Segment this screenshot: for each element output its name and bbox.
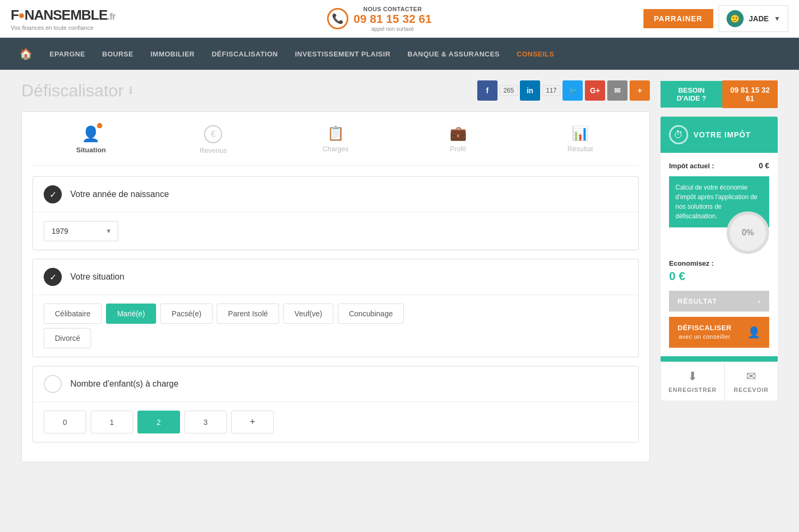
besoin-aide-button[interactable]: BESOIN D'AIDE ? bbox=[661, 81, 722, 108]
impot-actuel-value: 0 € bbox=[759, 161, 769, 170]
impot-actuel-row: Impôt actuel : 0 € bbox=[669, 161, 769, 170]
section-birth-body: 1979 1980 1975 ▼ bbox=[33, 212, 638, 250]
nav-item-investissement[interactable]: INVESTISSEMENT PLAISIR bbox=[287, 40, 399, 68]
resultat-label: RÉSULTAT bbox=[678, 297, 717, 305]
section-enfants-title: Nombre d'enfant(s) à charge bbox=[70, 379, 178, 389]
btn-enfants-3[interactable]: 3 bbox=[184, 411, 227, 433]
resultat-arrow-icon: › bbox=[758, 297, 761, 305]
nav-item-bourse[interactable]: BOURSE bbox=[94, 40, 142, 68]
twitter-button[interactable]: 🐦 bbox=[562, 80, 583, 101]
section-birth-title: Votre année de naissance bbox=[70, 190, 169, 199]
impot-panel: ⏱ VOTRE IMPÔT Impôt actuel : 0 € Calcul … bbox=[661, 117, 778, 401]
tab-revenus-label: Revenus bbox=[200, 146, 227, 154]
contact-label: NOUS CONTACTER bbox=[354, 6, 432, 12]
tab-profil[interactable]: 💼 Profil bbox=[399, 122, 517, 157]
nav-item-epargne[interactable]: EPARGNE bbox=[41, 40, 94, 68]
btn-divorce[interactable]: Divorcé bbox=[44, 328, 91, 348]
economise-row: Economisez : 0 € bbox=[669, 259, 769, 283]
btn-enfants-1[interactable]: 1 bbox=[91, 411, 133, 433]
tab-resultat[interactable]: 📊 Résultat bbox=[521, 122, 639, 157]
economise-value: 0 € bbox=[669, 269, 769, 283]
nav-item-conseils[interactable]: CONSEILS bbox=[508, 40, 562, 68]
social-row: f 265 in 117 🐦 G+ ✉ + bbox=[477, 80, 650, 101]
nav-item-immobilier[interactable]: IMMOBILIER bbox=[142, 40, 203, 68]
user-name: JADE bbox=[749, 14, 769, 23]
revenus-icon: € bbox=[204, 125, 222, 143]
avatar: 🙂 bbox=[727, 10, 744, 27]
btn-pacse[interactable]: Pacsé(e) bbox=[160, 304, 213, 324]
impot-title: VOTRE IMPÔT bbox=[694, 130, 751, 139]
impot-actuel-label: Impôt actuel : bbox=[669, 162, 714, 170]
recevoir-button[interactable]: ✉ RECEVOIR bbox=[724, 362, 778, 401]
enregistrer-button[interactable]: ⬇ ENREGISTRER bbox=[661, 362, 724, 401]
right-sidebar: BESOIN D'AIDE ? 09 81 15 32 61 ⏱ VOTRE I… bbox=[661, 80, 778, 473]
impot-icon: ⏱ bbox=[669, 125, 688, 144]
email-button[interactable]: ✉ bbox=[607, 80, 627, 101]
facebook-button[interactable]: f bbox=[477, 80, 498, 101]
btn-parent-isole[interactable]: Parent Isolé bbox=[217, 304, 279, 324]
help-phone-button[interactable]: 09 81 15 32 61 bbox=[722, 80, 778, 108]
contact-block: 📞 NOUS CONTACTER 09 81 15 32 61 appel no… bbox=[327, 6, 432, 32]
header-right: PARRAINER 🙂 JADE ▼ bbox=[643, 5, 788, 32]
tab-revenus[interactable]: € Revenus bbox=[155, 122, 272, 157]
contact-number: 09 81 15 32 61 bbox=[354, 12, 432, 26]
defiscaliser-button[interactable]: DÉFISCALISER avec un conseiller 👤 bbox=[669, 317, 769, 348]
googleplus-button[interactable]: G+ bbox=[585, 80, 605, 101]
btn-veuf[interactable]: Veuf(ve) bbox=[283, 304, 333, 324]
enregistrer-label: ENREGISTRER bbox=[668, 387, 716, 393]
header: FNANSEMBLE.fr Vos finances en toute conf… bbox=[0, 0, 799, 38]
btn-enfants-plus[interactable]: + bbox=[231, 411, 274, 433]
parrainer-button[interactable]: PARRAINER bbox=[643, 9, 713, 28]
page-title-text: Défiscalisator bbox=[21, 81, 124, 101]
user-menu[interactable]: 🙂 JADE ▼ bbox=[719, 5, 788, 32]
tab-profil-label: Profil bbox=[450, 145, 466, 153]
linkedin-button[interactable]: in bbox=[520, 80, 540, 101]
enfants-number-buttons: 0 1 2 3 + bbox=[44, 411, 627, 433]
nav-item-banque[interactable]: BANQUE & ASSURANCES bbox=[399, 40, 508, 68]
section-situation-title: Votre situation bbox=[70, 272, 124, 282]
profil-icon: 💼 bbox=[450, 125, 467, 142]
info-icon[interactable]: ℹ bbox=[129, 85, 133, 96]
year-select[interactable]: 1979 1980 1975 bbox=[44, 221, 118, 241]
savings-circle: 0% bbox=[727, 211, 769, 254]
help-row: BESOIN D'AIDE ? 09 81 15 32 61 bbox=[661, 80, 778, 108]
page-title: Défiscalisator ℹ bbox=[21, 81, 133, 101]
tab-situation[interactable]: 👤 Situation bbox=[32, 122, 150, 157]
wizard: 👤 Situation € Revenus 📋 Charges bbox=[21, 111, 650, 462]
contact-sub: appel non surtaxé bbox=[354, 26, 432, 32]
year-select-wrapper: 1979 1980 1975 ▼ bbox=[44, 221, 118, 241]
section-situation-header: ✓ Votre situation bbox=[33, 259, 638, 295]
fb-count: 265 bbox=[500, 85, 518, 96]
contact-info: NOUS CONTACTER 09 81 15 32 61 appel non … bbox=[354, 6, 432, 32]
bottom-actions: ⬇ ENREGISTRER ✉ RECEVOIR bbox=[661, 362, 778, 401]
btn-concubinage[interactable]: Concubinage bbox=[338, 304, 404, 324]
charges-icon: 📋 bbox=[327, 125, 344, 142]
chevron-down-icon: ▼ bbox=[774, 15, 780, 22]
logo: FNANSEMBLE.fr Vos finances en toute conf… bbox=[11, 7, 116, 31]
tab-charges[interactable]: 📋 Charges bbox=[277, 122, 394, 157]
logo-subtitle: Vos finances en toute confiance bbox=[11, 24, 116, 31]
section-check-birth: ✓ bbox=[44, 185, 62, 203]
circle-percent: 0% bbox=[741, 228, 754, 238]
logo-text: FNANSEMBLE.fr bbox=[11, 7, 116, 23]
nav-item-defiscalisation[interactable]: DÉFISCALISATION bbox=[203, 40, 286, 68]
situation-buttons-row2: Divorcé bbox=[44, 328, 627, 348]
economise-label: Economisez : bbox=[669, 259, 769, 267]
section-birth-year: ✓ Votre année de naissance 1979 1980 197… bbox=[32, 176, 639, 250]
btn-enfants-0[interactable]: 0 bbox=[44, 411, 86, 433]
nav-home[interactable]: 🏠 bbox=[11, 38, 41, 70]
situation-icon: 👤 bbox=[81, 125, 100, 143]
situation-buttons: Célibataire Marié(e) Pacsé(e) Parent Iso… bbox=[44, 304, 627, 324]
btn-enfants-2[interactable]: 2 bbox=[137, 411, 180, 433]
resultat-button[interactable]: RÉSULTAT › bbox=[669, 291, 769, 312]
btn-celibataire[interactable]: Célibataire bbox=[44, 304, 102, 324]
main-content: Défiscalisator ℹ f 265 in 117 🐦 G+ ✉ + bbox=[0, 70, 799, 484]
section-check-enfants bbox=[44, 375, 62, 393]
section-enfants-header: Nombre d'enfant(s) à charge bbox=[33, 366, 638, 402]
tab-active-dot bbox=[97, 123, 102, 128]
defiscaliser-text: DÉFISCALISER avec un conseiller bbox=[678, 323, 731, 341]
btn-marie[interactable]: Marié(e) bbox=[106, 304, 156, 324]
mail-icon: ✉ bbox=[746, 370, 756, 383]
more-button[interactable]: + bbox=[630, 80, 650, 101]
impot-panel-body: Impôt actuel : 0 € Calcul de votre écono… bbox=[661, 153, 778, 356]
